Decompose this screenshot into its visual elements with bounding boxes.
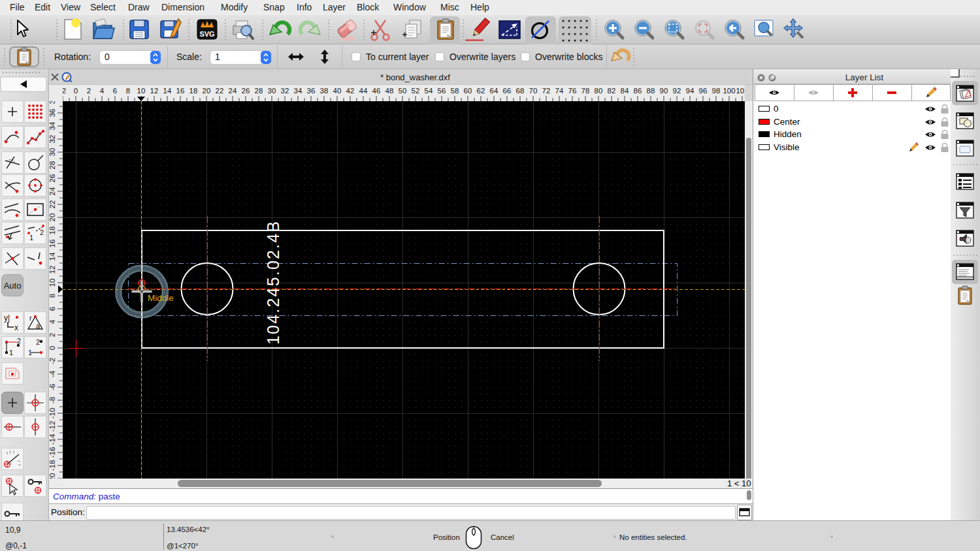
svg-text:94: 94 (686, 87, 694, 95)
svg-text:102: 102 (736, 87, 745, 95)
svg-text:88: 88 (647, 87, 655, 95)
svg-text:24: 24 (49, 187, 56, 195)
svg-text:1: 1 (29, 234, 33, 242)
svg-text:x: x (14, 323, 18, 332)
svg-text:98: 98 (712, 87, 721, 95)
svg-text:80: 80 (595, 87, 603, 95)
svg-text:52: 52 (412, 87, 420, 95)
svg-text:44: 44 (359, 87, 368, 95)
svg-text:18: 18 (49, 227, 56, 235)
svg-text:20: 20 (203, 87, 211, 95)
svg-text:14: 14 (163, 87, 172, 95)
svg-text:56: 56 (438, 87, 446, 95)
svg-text:6: 6 (49, 307, 56, 311)
svg-text:-16: -16 (49, 447, 56, 458)
svg-text:-2: -2 (63, 87, 66, 95)
svg-text:68: 68 (516, 87, 525, 95)
svg-text:18: 18 (189, 87, 198, 95)
svg-text:66: 66 (503, 87, 512, 95)
svg-text:104.245.02.4B: 104.245.02.4B (264, 220, 282, 345)
svg-text:2: 2 (17, 337, 21, 345)
svg-text:26: 26 (49, 174, 56, 183)
svg-text:90: 90 (660, 87, 668, 95)
svg-text:28: 28 (49, 161, 56, 170)
svg-text:86: 86 (634, 87, 642, 95)
svg-text:34: 34 (49, 121, 56, 130)
svg-text:30: 30 (268, 87, 276, 95)
svg-text:32: 32 (281, 87, 289, 95)
svg-text:-20: -20 (49, 473, 56, 479)
svg-text:70: 70 (529, 87, 538, 95)
svg-text:26: 26 (242, 87, 250, 95)
svg-text:-6: -6 (49, 384, 56, 390)
svg-text:38: 38 (49, 101, 56, 104)
svg-text:12: 12 (150, 87, 159, 95)
svg-text:38: 38 (320, 87, 329, 95)
svg-text:Middle: Middle (148, 293, 174, 303)
svg-text:Layer List: Layer List (845, 72, 884, 82)
svg-text:12: 12 (49, 266, 56, 274)
svg-text:-14: -14 (49, 433, 56, 445)
svg-text:62: 62 (477, 87, 485, 95)
svg-text:74: 74 (555, 87, 564, 95)
svg-text:60: 60 (464, 87, 472, 95)
svg-text:a: a (36, 322, 41, 330)
svg-text:1: 1 (9, 349, 13, 356)
svg-text:y|: y| (4, 313, 10, 323)
svg-text:64: 64 (490, 87, 498, 95)
svg-text:40: 40 (333, 87, 342, 95)
svg-text:8: 8 (126, 87, 130, 95)
svg-text:0: 0 (49, 346, 56, 350)
svg-text:-2: -2 (49, 358, 56, 364)
svg-text:22: 22 (216, 87, 224, 95)
svg-text:14: 14 (49, 252, 56, 260)
svg-text:2: 2 (40, 228, 44, 236)
svg-text:0: 0 (74, 87, 78, 95)
svg-text:50: 50 (399, 87, 407, 95)
svg-text:Auto: Auto (4, 281, 22, 291)
svg-text:-8: -8 (49, 397, 56, 403)
svg-text:10: 10 (137, 87, 146, 95)
svg-text:36: 36 (307, 87, 316, 95)
svg-text:4: 4 (100, 87, 105, 95)
svg-text:2: 2 (49, 333, 56, 337)
svg-text:82: 82 (608, 87, 616, 95)
svg-text:54: 54 (425, 87, 433, 95)
svg-text:-12: -12 (49, 421, 56, 432)
svg-text:46: 46 (372, 87, 381, 95)
svg-text:28: 28 (255, 87, 263, 95)
svg-text:-4: -4 (49, 370, 56, 377)
svg-text:4: 4 (49, 319, 56, 324)
svg-text:48: 48 (385, 87, 394, 95)
svg-text:58: 58 (451, 87, 459, 95)
svg-text:8: 8 (49, 294, 56, 298)
svg-text:76: 76 (568, 87, 577, 95)
svg-text:42: 42 (346, 87, 355, 95)
svg-text:-18: -18 (49, 460, 56, 471)
svg-text:6: 6 (113, 87, 117, 95)
svg-text:32: 32 (49, 135, 56, 144)
svg-text:92: 92 (673, 87, 681, 95)
svg-text:100: 100 (723, 87, 735, 95)
svg-text:36: 36 (49, 109, 56, 118)
svg-text:2: 2 (36, 338, 40, 346)
svg-text:72: 72 (542, 87, 551, 95)
svg-text:84: 84 (621, 87, 629, 95)
svg-text:22: 22 (49, 200, 56, 209)
svg-text:1: 1 (28, 349, 32, 356)
svg-text:16: 16 (49, 240, 56, 248)
svg-text:-10: -10 (49, 408, 56, 419)
svg-text:78: 78 (581, 87, 590, 95)
svg-text:20: 20 (49, 213, 56, 222)
svg-text:r: r (29, 314, 32, 322)
svg-text:16: 16 (176, 87, 185, 95)
svg-text:10: 10 (49, 279, 56, 287)
svg-text:96: 96 (699, 87, 708, 95)
svg-text:24: 24 (229, 87, 237, 95)
svg-text:2: 2 (87, 87, 91, 95)
svg-text:34: 34 (294, 87, 302, 95)
svg-text:SVG: SVG (199, 30, 214, 38)
svg-text:30: 30 (49, 148, 56, 157)
